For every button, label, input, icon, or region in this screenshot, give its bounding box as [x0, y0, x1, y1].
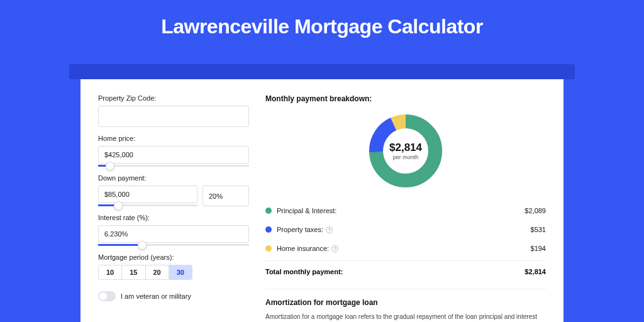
home-price-input[interactable]: [98, 146, 249, 164]
inputs-column: Property Zip Code: Home price: Down paym…: [98, 94, 249, 322]
donut-chart-wrap: $2,814 per month: [265, 112, 546, 190]
breakdown-row-2: Home insurance:?$194: [265, 239, 546, 258]
period-btn-15[interactable]: 15: [121, 265, 145, 279]
zip-label: Property Zip Code:: [98, 94, 249, 102]
interest-rate-slider[interactable]: [98, 244, 249, 246]
breakdown-title: Monthly payment breakdown:: [265, 94, 546, 103]
down-payment-pct-input[interactable]: [203, 186, 249, 206]
slider-thumb[interactable]: [138, 241, 147, 250]
total-row: Total monthly payment: $2,814: [265, 260, 546, 284]
donut-sub: per month: [389, 154, 422, 160]
interest-rate-input[interactable]: [98, 225, 249, 243]
breakdown-label: Property taxes:?: [277, 226, 531, 233]
amortization-text: Amortization for a mortgage loan refers …: [265, 312, 546, 322]
total-label: Total monthly payment:: [265, 268, 343, 275]
slider-thumb[interactable]: [114, 201, 123, 210]
divider: [265, 289, 546, 289]
veteran-toggle[interactable]: [98, 291, 116, 301]
page-title: Lawrenceville Mortgage Calculator: [0, 0, 644, 50]
breakdown-row-0: Principal & Interest:$2,089: [265, 201, 546, 220]
results-column: Monthly payment breakdown: $2,814 per mo…: [265, 94, 546, 322]
header-band: [69, 64, 575, 79]
slider-thumb[interactable]: [106, 162, 114, 170]
home-price-slider[interactable]: [98, 165, 249, 167]
period-btn-30[interactable]: 30: [169, 265, 192, 279]
info-icon[interactable]: ?: [331, 245, 338, 252]
calculator-card: Property Zip Code: Home price: Down paym…: [80, 79, 564, 322]
veteran-label: I am veteran or military: [121, 292, 191, 300]
donut-amount: $2,814: [389, 142, 422, 154]
amortization-title: Amortization for mortgage loan: [265, 298, 546, 307]
zip-input[interactable]: [98, 106, 249, 127]
home-price-label: Home price:: [98, 135, 249, 142]
info-icon[interactable]: ?: [326, 226, 333, 233]
breakdown-value: $531: [531, 226, 546, 233]
legend-swatch: [265, 245, 272, 252]
breakdown-value: $194: [531, 245, 546, 252]
donut-chart: $2,814 per month: [367, 112, 445, 190]
period-btn-10[interactable]: 10: [99, 265, 121, 279]
period-selector: 10152030: [98, 265, 192, 280]
donut-center-label: $2,814 per month: [389, 142, 422, 160]
down-payment-slider[interactable]: [98, 204, 197, 206]
down-payment-label: Down payment:: [98, 174, 249, 182]
legend-swatch: [265, 226, 272, 233]
down-payment-input[interactable]: [98, 186, 197, 203]
period-label: Mortgage period (years):: [98, 253, 249, 261]
veteran-row: I am veteran or military: [98, 291, 249, 301]
breakdown-row-1: Property taxes:?$531: [265, 220, 546, 239]
period-group: Mortgage period (years): 10152030: [98, 253, 249, 280]
down-payment-group: Down payment:: [98, 174, 249, 206]
legend-swatch: [265, 208, 272, 214]
breakdown-list: Principal & Interest:$2,089Property taxe…: [265, 201, 546, 258]
breakdown-label: Home insurance:?: [277, 245, 531, 252]
period-btn-20[interactable]: 20: [145, 265, 169, 279]
zip-group: Property Zip Code:: [98, 94, 249, 127]
interest-rate-label: Interest rate (%):: [98, 214, 249, 221]
interest-rate-group: Interest rate (%):: [98, 214, 249, 246]
breakdown-value: $2,089: [525, 207, 546, 214]
home-price-group: Home price:: [98, 135, 249, 167]
breakdown-label: Principal & Interest:: [277, 207, 525, 214]
total-value: $2,814: [525, 268, 546, 275]
